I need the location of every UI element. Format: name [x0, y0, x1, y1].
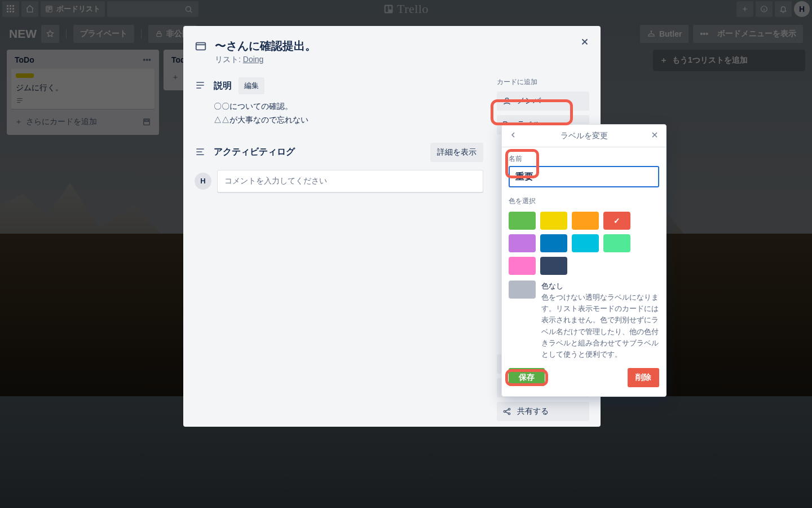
svg-point-22 [505, 98, 508, 101]
description-heading: 説明 [214, 80, 232, 92]
card-title[interactable]: 〜さんに確認提出。 [215, 38, 316, 54]
color-swatch[interactable] [540, 234, 567, 252]
activity-icon [195, 146, 207, 159]
share-button[interactable]: 共有する [497, 402, 589, 421]
color-swatch[interactable] [572, 212, 599, 230]
color-swatch[interactable] [572, 234, 599, 252]
label-edit-popover: ラベルを変更 名前 色を選択 色なし 色をつけない透明なラベルになります。リスト… [501, 124, 667, 397]
activity-heading: アクティビティログ [214, 146, 295, 158]
add-to-card-caption: カードに追加 [497, 77, 589, 87]
no-color-text: 色をつけない透明なラベルになります。リスト表示モードのカードには表示されません。… [541, 292, 659, 360]
no-color-title: 色なし [541, 281, 659, 292]
members-button[interactable]: メンバー [497, 91, 589, 111]
color-swatch[interactable] [603, 212, 630, 230]
description-section-icon [195, 80, 207, 92]
card-in-list: リスト: Doing [215, 55, 589, 65]
description-text[interactable]: 〇〇についての確認。 △△が大事なので忘れない [214, 100, 483, 127]
color-swatch[interactable] [509, 257, 536, 275]
show-detail-button[interactable]: 詳細を表示 [430, 143, 483, 162]
color-label: 色を選択 [509, 196, 659, 206]
svg-rect-21 [196, 42, 206, 50]
no-color-swatch[interactable] [509, 281, 536, 299]
delete-button[interactable]: 削除 [628, 368, 659, 387]
close-icon[interactable] [650, 130, 659, 139]
list-link[interactable]: Doing [243, 55, 264, 64]
color-swatches [509, 212, 659, 275]
color-swatch[interactable] [509, 212, 536, 230]
popover-title: ラベルを変更 [561, 131, 608, 141]
color-swatch[interactable] [540, 212, 567, 230]
edit-button[interactable]: 編集 [239, 77, 264, 94]
color-swatch[interactable] [603, 234, 630, 252]
color-swatch[interactable] [540, 257, 567, 275]
share-icon [502, 407, 511, 416]
label-name-input[interactable] [509, 166, 659, 187]
comment-input[interactable]: コメントを入力してください [217, 170, 483, 192]
close-icon[interactable] [577, 34, 593, 50]
name-label: 名前 [509, 154, 659, 164]
back-icon[interactable] [509, 130, 518, 139]
card-icon [195, 40, 207, 52]
user-icon [502, 97, 511, 106]
color-swatch[interactable] [509, 234, 536, 252]
save-button[interactable]: 保存 [509, 368, 545, 386]
avatar: H [195, 173, 211, 190]
